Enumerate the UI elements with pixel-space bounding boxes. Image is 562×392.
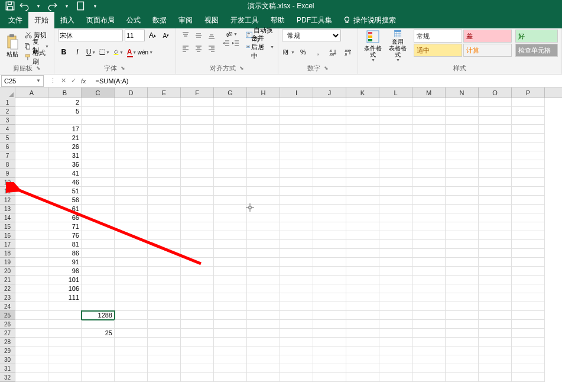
cell-J10[interactable] [313, 178, 346, 187]
cancel-formula-button[interactable]: ✕ [61, 77, 66, 85]
cell-E22[interactable] [148, 284, 181, 293]
tab-pdf[interactable]: PDF工具集 [291, 12, 338, 28]
cell-I11[interactable] [280, 187, 313, 196]
cell-B16[interactable]: 76 [48, 231, 82, 240]
cell-J24[interactable] [313, 302, 346, 311]
cell-J11[interactable] [313, 187, 346, 196]
cell-B31[interactable] [48, 364, 82, 373]
cell-A7[interactable] [15, 151, 48, 160]
style-calc[interactable]: 计算 [463, 44, 512, 57]
row-header-4[interactable]: 4 [0, 125, 15, 134]
cell-B2[interactable]: 5 [48, 107, 82, 116]
cell-N11[interactable] [446, 187, 479, 196]
cell-B22[interactable]: 106 [48, 284, 82, 293]
cell-C10[interactable] [82, 178, 115, 187]
cell-A22[interactable] [15, 284, 48, 293]
cell-K30[interactable] [346, 355, 379, 364]
cell-O22[interactable] [479, 284, 512, 293]
cell-C2[interactable] [82, 107, 115, 116]
cell-A18[interactable] [15, 249, 48, 258]
cell-A21[interactable] [15, 276, 48, 284]
cell-D4[interactable] [115, 125, 148, 134]
cell-P23[interactable] [512, 293, 545, 302]
cell-L6[interactable] [379, 142, 412, 151]
cell-P2[interactable] [512, 107, 545, 116]
cell-C14[interactable] [82, 213, 115, 222]
cell-C3[interactable] [82, 116, 115, 125]
cell-I6[interactable] [280, 142, 313, 151]
cell-N3[interactable] [446, 116, 479, 125]
cell-N4[interactable] [446, 125, 479, 134]
cell-E14[interactable] [148, 213, 181, 222]
cell-E32[interactable] [148, 373, 181, 382]
cell-M26[interactable] [412, 320, 446, 329]
cell-N7[interactable] [446, 151, 479, 160]
cell-C22[interactable] [82, 284, 115, 293]
cell-J22[interactable] [313, 284, 346, 293]
cell-B20[interactable]: 96 [48, 267, 82, 276]
insert-function-button[interactable]: fx [81, 77, 86, 85]
cell-F6[interactable] [181, 142, 214, 151]
cell-I20[interactable] [280, 267, 313, 276]
row-header-31[interactable]: 31 [0, 364, 15, 373]
cell-E24[interactable] [148, 302, 181, 311]
cell-I2[interactable] [280, 107, 313, 116]
cell-I18[interactable] [280, 249, 313, 258]
cell-P13[interactable] [512, 205, 545, 213]
cell-B32[interactable] [48, 373, 82, 382]
cell-O5[interactable] [479, 134, 512, 142]
cell-F9[interactable] [181, 169, 214, 178]
cell-P5[interactable] [512, 134, 545, 142]
cell-B14[interactable]: 66 [48, 213, 82, 222]
row-header-10[interactable]: 10 [0, 178, 15, 187]
cell-B18[interactable]: 86 [48, 249, 82, 258]
cell-A11[interactable] [15, 187, 48, 196]
cell-J18[interactable] [313, 249, 346, 258]
cell-D29[interactable] [115, 346, 148, 355]
cell-N19[interactable] [446, 258, 479, 267]
tab-insert[interactable]: 插入 [54, 12, 80, 28]
cell-F17[interactable] [181, 240, 214, 249]
increase-decimal-button[interactable]: .0.00 [326, 46, 339, 58]
cell-D28[interactable] [115, 338, 148, 346]
cell-P10[interactable] [512, 178, 545, 187]
cell-J1[interactable] [313, 98, 346, 107]
cell-K1[interactable] [346, 98, 379, 107]
orientation-button[interactable]: ab▼ [222, 30, 240, 38]
cell-C6[interactable] [82, 142, 115, 151]
cell-O27[interactable] [479, 329, 512, 338]
row-header-30[interactable]: 30 [0, 355, 15, 364]
cell-H15[interactable] [247, 222, 280, 231]
cell-P19[interactable] [512, 258, 545, 267]
cell-C21[interactable] [82, 276, 115, 284]
cell-F16[interactable] [181, 231, 214, 240]
cell-B4[interactable]: 17 [48, 125, 82, 134]
cell-P27[interactable] [512, 329, 545, 338]
paste-button[interactable]: 粘贴 [4, 30, 21, 63]
column-header-P[interactable]: P [512, 88, 545, 98]
cell-C12[interactable] [82, 196, 115, 205]
cell-D25[interactable] [115, 311, 148, 320]
cell-G21[interactable] [214, 276, 247, 284]
cell-L31[interactable] [379, 364, 412, 373]
cell-I14[interactable] [280, 213, 313, 222]
cell-E11[interactable] [148, 187, 181, 196]
cell-M18[interactable] [412, 249, 446, 258]
cell-K10[interactable] [346, 178, 379, 187]
cell-I24[interactable] [280, 302, 313, 311]
cell-M15[interactable] [412, 222, 446, 231]
cell-E10[interactable] [148, 178, 181, 187]
cell-G17[interactable] [214, 240, 247, 249]
cell-G29[interactable] [214, 346, 247, 355]
cell-P20[interactable] [512, 267, 545, 276]
cell-G15[interactable] [214, 222, 247, 231]
column-header-E[interactable]: E [148, 88, 181, 98]
cell-D18[interactable] [115, 249, 148, 258]
cell-I9[interactable] [280, 169, 313, 178]
cell-H31[interactable] [247, 364, 280, 373]
cell-O26[interactable] [479, 320, 512, 329]
cell-E9[interactable] [148, 169, 181, 178]
cell-N21[interactable] [446, 276, 479, 284]
clipboard-launcher[interactable]: ⬊ [36, 63, 41, 73]
cell-E23[interactable] [148, 293, 181, 302]
